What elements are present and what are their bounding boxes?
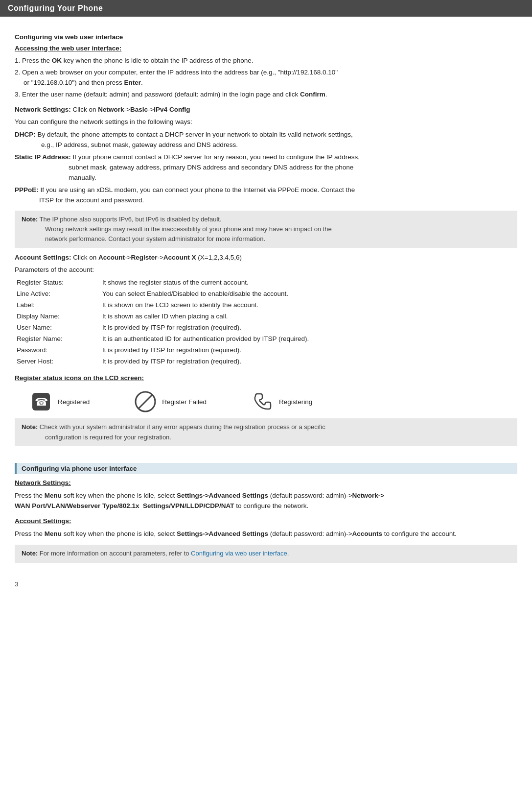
- phone-network-text: Press the Menu soft key when the phone i…: [15, 490, 517, 511]
- note-box-1: Note: The IP phone also supports IPv6, b…: [15, 211, 517, 248]
- svg-line-3: [139, 395, 152, 409]
- param-name: Register Status:: [15, 277, 100, 289]
- network-settings-text: Click on Network->Basic->IPv4 Config: [73, 106, 190, 113]
- phone-network-heading: Network Settings:: [15, 478, 517, 488]
- note1-line2: Wrong network settings may result in the…: [22, 224, 332, 244]
- param-name: Display Name:: [15, 311, 100, 322]
- dhcp-line: DHCP: By default, the phone attempts to …: [15, 130, 517, 150]
- page-content: Configuring via web user interface Acces…: [0, 17, 532, 577]
- icon-registering: Registering: [251, 390, 312, 413]
- pppoe-line: PPPoE: If you are using an xDSL modem, y…: [15, 185, 517, 206]
- page-title: Configuring Your Phone: [8, 4, 103, 12]
- note1-label: Note:: [22, 216, 38, 223]
- phone-account-heading: Account Settings:: [15, 516, 517, 527]
- param-desc: It is provided by ITSP for registration …: [100, 345, 517, 356]
- account-settings-text: Click on Account->Register->Account X (X…: [73, 254, 242, 261]
- param-desc: It shows the register status of the curr…: [100, 277, 517, 289]
- access-heading: Accessing the web user interface:: [15, 44, 517, 54]
- pppoe-label: PPPoE:: [15, 186, 41, 193]
- note-box-3: Note: For more information on account pa…: [15, 545, 517, 562]
- registering-label: Registering: [279, 398, 312, 406]
- note3-text: For more information on account paramete…: [40, 550, 191, 557]
- step-1: 1. Press the OK key when the phone is id…: [15, 56, 517, 66]
- register-failed-label: Register Failed: [162, 398, 207, 406]
- params-heading: Parameters of the account:: [15, 265, 517, 275]
- note2-label: Note:: [22, 423, 38, 431]
- icons-row: ☎ Registered Register Failed Registering: [29, 390, 517, 413]
- params-table: Register Status: It shows the register s…: [15, 277, 517, 367]
- icons-heading: Register status icons on the LCD screen:: [15, 373, 517, 384]
- network-settings-label: Network Settings:: [15, 106, 73, 113]
- param-name: Password:: [15, 345, 100, 356]
- pppoe-text: If you are using an xDSL modem, you can …: [15, 186, 355, 204]
- page-title-bar: Configuring Your Phone: [0, 0, 532, 17]
- param-name: Label:: [15, 300, 100, 311]
- step-2: 2. Open a web browser on your computer, …: [15, 68, 517, 88]
- param-name: Register Name:: [15, 334, 100, 345]
- param-name: Line Active:: [15, 289, 100, 300]
- account-settings-label: Account Settings:: [15, 254, 73, 261]
- param-desc: It is shown on the LCD screen to identif…: [100, 300, 517, 311]
- param-desc: You can select Enabled/Disabled to enabl…: [100, 289, 517, 300]
- note3-period: .: [287, 550, 289, 557]
- note2-text: Check with your system administrator if …: [22, 423, 325, 440]
- registered-label: Registered: [58, 398, 90, 406]
- param-name: Server Host:: [15, 356, 100, 367]
- param-row: Display Name: It is shown as caller ID w…: [15, 311, 517, 322]
- account-settings-line: Account Settings: Click on Account->Regi…: [15, 253, 517, 263]
- icon-failed: Register Failed: [134, 390, 207, 413]
- section3-heading: Configuring via phone user interface: [15, 463, 517, 474]
- param-row: Label: It is shown on the LCD screen to …: [15, 300, 517, 311]
- steps-list: 1. Press the OK key when the phone is id…: [15, 56, 517, 100]
- section1-heading: Configuring via web user interface: [15, 33, 517, 41]
- static-line: Static IP Address: If your phone cannot …: [15, 152, 517, 183]
- note1-line1: The IP phone also supports IPv6, but IPv…: [40, 216, 222, 223]
- svg-text:☎: ☎: [35, 396, 48, 408]
- param-row: Register Name: It is an authenticated ID…: [15, 334, 517, 345]
- dhcp-label: DHCP:: [15, 131, 38, 138]
- registering-phone-icon: [251, 390, 274, 413]
- dhcp-text: By default, the phone attempts to contac…: [15, 131, 353, 148]
- register-failed-icon: [134, 390, 157, 413]
- phone-account-text: Press the Menu soft key when the phone i…: [15, 529, 517, 539]
- static-label: Static IP Address:: [15, 153, 73, 161]
- param-desc: It is provided by ITSP for registration …: [100, 322, 517, 334]
- param-desc: It is an authenticated ID for authentica…: [100, 334, 517, 345]
- param-desc: It is shown as caller ID when placing a …: [100, 311, 517, 322]
- param-row: Password: It is provided by ITSP for reg…: [15, 345, 517, 356]
- param-row: User Name: It is provided by ITSP for re…: [15, 322, 517, 334]
- icon-registered: ☎ Registered: [29, 390, 90, 413]
- registered-phone-icon: ☎: [29, 390, 53, 413]
- param-row: Register Status: It shows the register s…: [15, 277, 517, 289]
- network-settings-body: You can configure the network settings i…: [15, 117, 517, 127]
- note3-link[interactable]: Configuring via web user interface: [191, 550, 287, 557]
- note3-label: Note:: [22, 550, 38, 557]
- note-box-2: Note: Check with your system administrat…: [15, 418, 517, 446]
- network-settings-line: Network Settings: Click on Network->Basi…: [15, 105, 517, 115]
- param-row: Line Active: You can select Enabled/Disa…: [15, 289, 517, 300]
- page-number: 3: [0, 577, 532, 592]
- param-desc: It is provided by ITSP for registration …: [100, 356, 517, 367]
- param-row: Server Host: It is provided by ITSP for …: [15, 356, 517, 367]
- step-3: 3. Enter the user name (default: admin) …: [15, 90, 517, 100]
- param-name: User Name:: [15, 322, 100, 334]
